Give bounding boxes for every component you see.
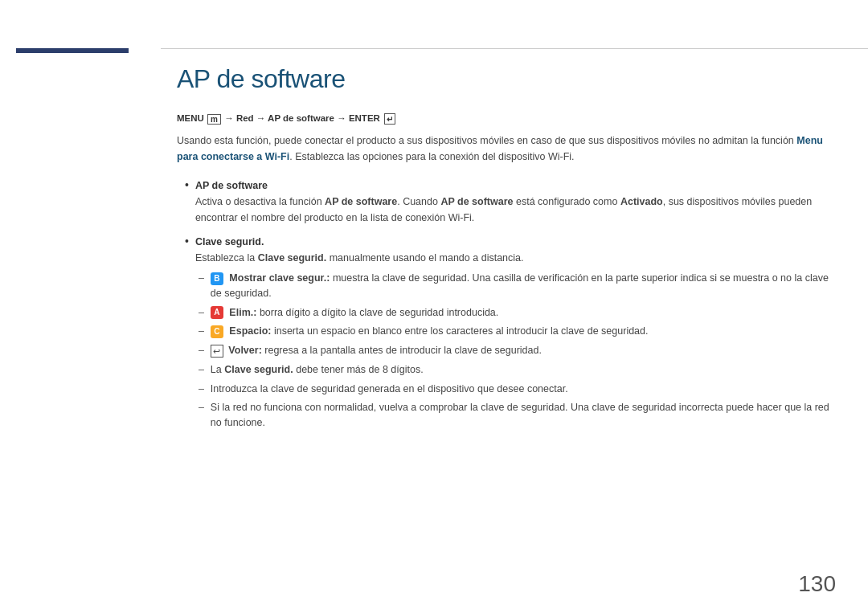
menu-item2: AP de software (268, 113, 334, 123)
intro-paragraph: Usando esta función, puede conectar el p… (177, 133, 836, 165)
dash-4: – (199, 343, 204, 358)
menu-label: MENU (177, 113, 204, 123)
clave-bold1: Clave segurid. (258, 252, 326, 264)
dash-1: – (199, 271, 204, 286)
page-title: AP de software (177, 64, 836, 94)
sidebar-accent (16, 48, 129, 53)
sub-item-volver-content: ↩ Volver: regresa a la pantalla antes de… (211, 343, 542, 358)
bullet-dot-1: • (185, 178, 189, 191)
menu-icon: m (207, 114, 221, 125)
enter-icon (384, 113, 395, 125)
digits-bold: Clave segurid. (224, 364, 293, 375)
badge-yellow-c: C (211, 325, 223, 338)
section-title-clave: Clave segurid. (195, 236, 264, 247)
bullet-content-clave: Clave segurid. Establezca la Clave segur… (195, 234, 836, 435)
menu-arrow1: → (224, 113, 234, 123)
bullet-dot-2: • (185, 235, 189, 247)
mostrar-bold: Mostrar clave segur.: (229, 272, 330, 284)
badge-red-a: A (211, 306, 223, 319)
clave-body2: manualmente usando el mando a distancia. (326, 252, 523, 264)
sub-item-introduce: – Introduzca la clave de seguridad gener… (199, 382, 836, 397)
sub-item-espacio-content: C Espacio: inserta un espacio en blanco … (211, 324, 649, 339)
page-number: 130 (798, 571, 836, 597)
sub-item-digits: – La Clave segurid. debe tener más de 8 … (199, 362, 836, 378)
digits-text-suffix: debe tener más de 8 dígitos. (293, 364, 424, 375)
menu-arrow3: → (337, 113, 346, 123)
intro-text2: . Establezca las opciones para la conexi… (289, 151, 574, 162)
dash-3: – (199, 324, 204, 339)
ap-bold3: Activado (620, 196, 663, 207)
bullet-clave: • Clave segurid. Establezca la Clave seg… (185, 234, 836, 435)
clave-body1: Establezca la (195, 252, 258, 264)
elim-text: borra dígito a dígito la clave de seguri… (260, 307, 498, 318)
menu-item1: Red (236, 113, 254, 123)
menu-item3: ENTER (349, 113, 380, 123)
espacio-text: inserta un espacio en blanco entre los c… (274, 325, 649, 337)
menu-arrow2: → (256, 113, 266, 123)
espacio-bold: Espacio: (229, 325, 271, 337)
sub-item-mostrar: – B Mostrar clave segur.: muestra la cla… (199, 271, 836, 301)
ap-body3: está configurado como (513, 196, 620, 207)
top-rule (161, 48, 868, 49)
ap-bold2: AP de software (440, 196, 513, 207)
sub-item-digits-content: La Clave segurid. debe tener más de 8 dí… (211, 362, 424, 378)
digits-text-prefix: La (211, 364, 224, 375)
ap-bold1: AP de software (325, 196, 397, 207)
sub-item-mostrar-content: B Mostrar clave segur.: muestra la clave… (211, 271, 836, 301)
volver-bold: Volver: (228, 345, 261, 356)
intro-text1: Usando esta función, puede conectar el p… (177, 135, 796, 146)
dash-6: – (199, 382, 204, 397)
bullet-content-ap: AP de software Activa o desactiva la fun… (195, 178, 836, 226)
section-title-ap: AP de software (195, 180, 268, 191)
dash-5: – (199, 362, 204, 378)
badge-blue-b: B (211, 272, 223, 285)
dash-2: – (199, 305, 204, 321)
sub-item-volver: – ↩ Volver: regresa a la pantalla antes … (199, 343, 836, 358)
sub-list: – B Mostrar clave segur.: muestra la cla… (199, 271, 836, 431)
sub-item-elim: – A Elim.: borra dígito a dígito la clav… (199, 305, 836, 321)
volver-text: regresa a la pantalla antes de introduci… (264, 345, 542, 356)
sidebar (0, 0, 161, 613)
main-content: AP de software MENU m → Red → AP de soft… (177, 64, 836, 581)
ap-body2: . Cuando (397, 196, 440, 207)
network-text: Si la red no funciona con normalidad, vu… (211, 400, 836, 431)
sub-item-espacio: – C Espacio: inserta un espacio en blanc… (199, 324, 836, 339)
sub-item-network: – Si la red no funciona con normalidad, … (199, 400, 836, 431)
bullet-ap-software: • AP de software Activa o desactiva la f… (185, 178, 836, 226)
introduce-text: Introduzca la clave de seguridad generad… (211, 382, 568, 397)
sub-item-elim-content: A Elim.: borra dígito a dígito la clave … (211, 305, 498, 321)
return-arrow-icon: ↩ (211, 345, 223, 358)
menu-path: MENU m → Red → AP de software → ENTER (177, 113, 836, 125)
bullet-section: • AP de software Activa o desactiva la f… (185, 178, 836, 435)
elim-bold: Elim.: (229, 307, 256, 318)
dash-7: – (199, 400, 204, 415)
ap-body1: Activa o desactiva la función (195, 196, 325, 207)
